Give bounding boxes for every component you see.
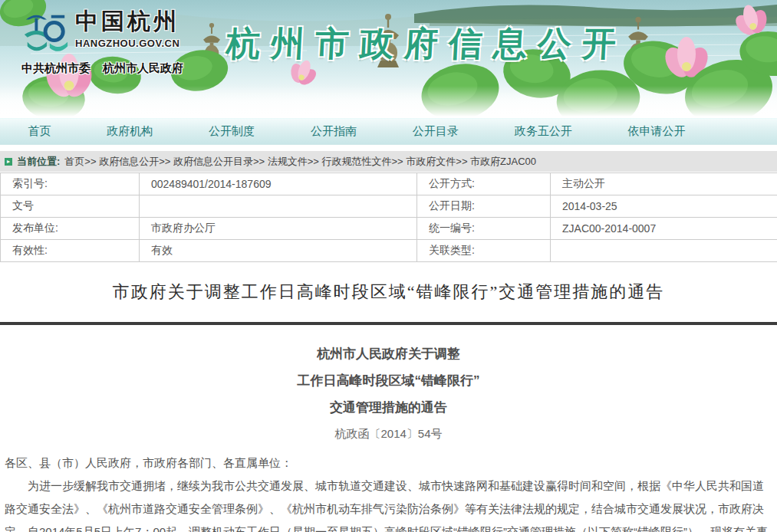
meta-value-open-date: 2014-03-25 [551, 195, 777, 218]
doc-number: 杭政函〔2014〕54号 [5, 422, 772, 445]
document-metadata-table: 索引号: 002489401/2014-187609 公开方式: 主动公开 文号… [0, 172, 777, 262]
meta-value-unified-no: ZJAC00-2014-0007 [551, 218, 777, 240]
meta-label-unified-no: 统一编号: [417, 218, 551, 240]
meta-label-issuer: 发布单位: [1, 218, 140, 240]
salutation: 各区、县（市）人民政府，市政府各部门、各直属单位： [5, 452, 772, 475]
meta-label-relation: 关联类型: [417, 240, 551, 262]
notice-heading-line1: 杭州市人民政府关于调整 [5, 340, 772, 367]
breadcrumb: ▸ 当前位置: 首页>> 政府信息公开>> 政府信息公开目录>> 法规文件>> … [0, 151, 777, 172]
meta-label-doc-no: 文号 [1, 195, 140, 218]
table-row: 有效性: 有效 关联类型: [1, 240, 777, 262]
logo-sub-right: 杭州市人民政府 [103, 61, 183, 74]
table-row: 文号 公开日期: 2014-03-25 [1, 195, 777, 218]
notice-heading-line3: 交通管理措施的通告 [5, 394, 772, 421]
meta-value-doc-no [140, 195, 417, 218]
meta-value-relation [551, 240, 777, 262]
nav-item-home[interactable]: 首页 [28, 124, 51, 139]
logo-subtitle: 中共杭州市委杭州市人民政府 [21, 61, 198, 76]
main-navigation: 首页 政府机构 公开制度 公开指南 公开目录 政务五公开 依申请公开 [0, 118, 777, 145]
logo-sub-left: 中共杭州市委 [21, 61, 91, 74]
logo-url: HANGZHOU.GOV.CN [75, 38, 179, 49]
meta-value-index-no: 002489401/2014-187609 [140, 173, 417, 195]
table-row: 索引号: 002489401/2014-187609 公开方式: 主动公开 [1, 173, 777, 195]
nav-item-disclosure-system[interactable]: 公开制度 [209, 124, 255, 139]
banner-site-title: 杭州市政府信息公开 [225, 21, 687, 67]
nav-item-disclosure-guide[interactable]: 公开指南 [311, 124, 357, 139]
notice-heading-line2: 工作日高峰时段区域“错峰限行” [5, 367, 772, 394]
meta-label-validity: 有效性: [1, 240, 140, 262]
breadcrumb-label: 当前位置: [17, 155, 60, 169]
notice-body: 杭州市人民政府关于调整 工作日高峰时段区域“错峰限行” 交通管理措施的通告 杭政… [0, 325, 777, 532]
meta-value-issuer: 市政府办公厅 [140, 218, 417, 240]
nav-item-disclosure-on-request[interactable]: 依申请公开 [627, 124, 685, 139]
meta-label-open-date: 公开日期: [417, 195, 551, 218]
meta-label-index-no: 索引号: [1, 173, 140, 195]
hangzhou-pavilion-logo-icon [21, 9, 69, 57]
site-logo[interactable]: 中国杭州 HANGZHOU.GOV.CN 中共杭州市委杭州市人民政府 [21, 6, 198, 76]
nav-item-five-disclosures[interactable]: 政务五公开 [515, 124, 572, 139]
breadcrumb-path[interactable]: 首页>> 政府信息公开>> 政府信息公开目录>> 法规文件>> 行政规范性文件>… [64, 155, 536, 169]
breadcrumb-arrow-icon: ▸ [5, 158, 12, 166]
header-banner: 中国杭州 HANGZHOU.GOV.CN 中共杭州市委杭州市人民政府 杭州市政府… [0, 0, 777, 117]
meta-label-open-mode: 公开方式: [417, 173, 551, 195]
nav-item-disclosure-catalog[interactable]: 公开目录 [413, 124, 459, 139]
meta-value-validity: 有效 [140, 240, 417, 262]
table-row: 发布单位: 市政府办公厅 统一编号: ZJAC00-2014-0007 [1, 218, 777, 240]
nav-item-gov-agencies[interactable]: 政府机构 [107, 124, 153, 139]
page-title: 市政府关于调整工作日高峰时段区域“错峰限行”交通管理措施的通告 [0, 281, 777, 304]
meta-value-open-mode: 主动公开 [551, 173, 777, 195]
body-paragraph: 为进一步缓解我市交通拥堵，继续为我市公共交通发展、城市轨道交通建设、城市快速路网… [5, 475, 772, 532]
logo-title: 中国杭州 [75, 6, 179, 38]
